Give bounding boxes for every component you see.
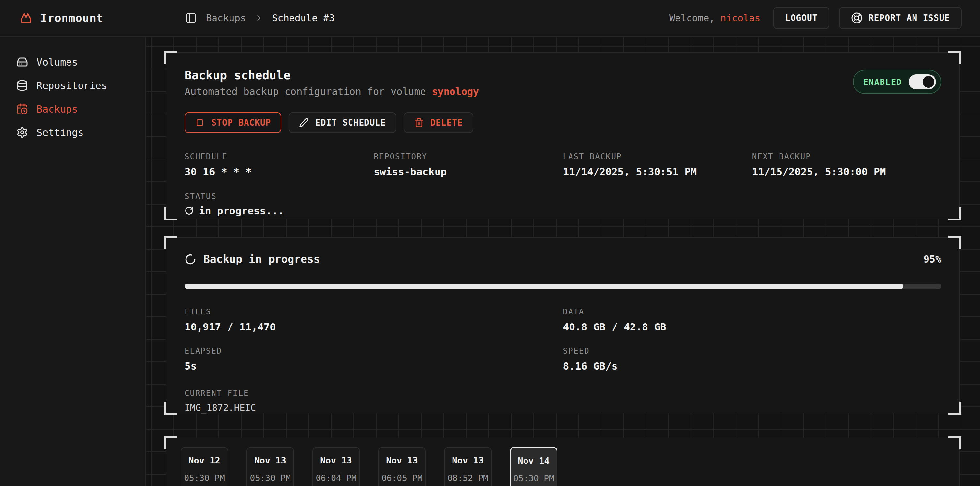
brand-name: Ironmount [40, 11, 103, 24]
loader-spinner-icon [185, 253, 196, 265]
sidebar-item-volumes[interactable]: Volumes [0, 50, 145, 74]
welcome-text: Welcome, nicolas [669, 13, 760, 24]
history-date: Nov 12 [181, 455, 228, 465]
report-issue-label: REPORT AN ISSUE [869, 13, 950, 23]
backup-schedule-card: Backup schedule Automated backup configu… [165, 52, 960, 219]
schedule-card-subtitle: Automated backup configuration for volum… [185, 86, 479, 97]
pencil-icon [299, 118, 309, 127]
schedule-fields: SCHEDULE 30 16 * * * REPOSITORY swiss-ba… [185, 152, 941, 177]
history-card[interactable]: Nov 13 08:52 PM 92.2 GB [444, 447, 492, 486]
toggle-switch[interactable] [908, 74, 936, 89]
stat-files: FILES 10,917 / 11,470 [185, 307, 563, 333]
schedule-card-title: Backup schedule [185, 69, 479, 82]
rotate-cw-icon [185, 206, 194, 215]
welcome-prefix: Welcome, [669, 13, 715, 24]
sidebar-item-backups[interactable]: Backups [0, 97, 145, 121]
corner-bracket [948, 207, 961, 220]
topbar: Ironmount Backups Schedule #3 Welcome, n… [0, 0, 980, 37]
stat-label: ELAPSED [185, 346, 563, 355]
backup-history-card: Nov 12 05:30 PM 92.2 GB Nov 13 05:30 PM … [165, 438, 960, 486]
history-card[interactable]: Nov 13 05:30 PM 92.2 GB [247, 447, 294, 486]
progress-fill [185, 284, 904, 289]
main-content: Backup schedule Automated backup configu… [146, 37, 980, 486]
sidebar-toggle-icon[interactable] [185, 11, 197, 24]
delete-button[interactable]: DELETE [404, 112, 473, 133]
trash-icon [414, 118, 424, 127]
field-label: SCHEDULE [185, 152, 374, 161]
status-block: STATUS in progress... [185, 192, 941, 217]
history-time: 06:04 PM [313, 473, 359, 483]
history-card[interactable]: Nov 13 06:04 PM 92.2 GB [312, 447, 360, 486]
history-date: Nov 13 [445, 455, 491, 465]
corner-bracket [164, 207, 177, 220]
edit-schedule-button[interactable]: EDIT SCHEDULE [288, 112, 396, 133]
corner-bracket [948, 236, 961, 249]
enabled-label: ENABLED [863, 77, 902, 87]
corner-bracket [948, 51, 961, 64]
history-time: 05:30 PM [181, 473, 228, 483]
field-last-backup: LAST BACKUP 11/14/2025, 5:30:51 PM [563, 152, 752, 177]
history-time: 06:05 PM [379, 473, 425, 483]
progress-stats: FILES 10,917 / 11,470 DATA 40.8 GB / 42.… [185, 307, 941, 372]
delete-label: DELETE [430, 118, 463, 127]
sidebar-item-label: Volumes [37, 56, 78, 68]
mountain-logo-icon [19, 11, 33, 25]
history-card[interactable]: Nov 14 05:30 PM 92.2 GB [510, 447, 557, 486]
progress-card-title: Backup in progress [204, 253, 320, 266]
username: nicolas [721, 13, 760, 24]
corner-bracket [164, 437, 177, 449]
current-file-value: IMG_1872.HEIC [185, 403, 941, 413]
topbar-right: Welcome, nicolas LOGOUT REPORT AN ISSUE [669, 7, 962, 29]
stat-label: FILES [185, 307, 563, 316]
gear-icon [16, 127, 28, 138]
schedule-actions: STOP BACKUP EDIT SCHEDULE DELETE [185, 112, 941, 133]
stat-data: DATA 40.8 GB / 42.8 GB [563, 307, 942, 333]
current-file-block: CURRENT FILE IMG_1872.HEIC [185, 389, 941, 413]
status-label: STATUS [185, 192, 941, 201]
corner-bracket [948, 402, 961, 414]
database-icon [16, 80, 28, 91]
corner-bracket [164, 51, 177, 64]
hard-drive-icon [16, 56, 28, 68]
field-next-backup: NEXT BACKUP 11/15/2025, 5:30:00 PM [752, 152, 941, 177]
stat-label: DATA [563, 307, 942, 316]
field-value: swiss-backup [374, 166, 563, 177]
corner-bracket [164, 402, 177, 414]
progress-bar [185, 284, 941, 289]
stop-backup-button[interactable]: STOP BACKUP [185, 112, 282, 133]
corner-bracket [164, 236, 177, 249]
field-schedule: SCHEDULE 30 16 * * * [185, 152, 374, 177]
history-row: Nov 12 05:30 PM 92.2 GB Nov 13 05:30 PM … [181, 447, 945, 486]
stat-value: 5s [185, 360, 563, 372]
history-date: Nov 13 [247, 455, 293, 465]
breadcrumb: Backups Schedule #3 [185, 11, 334, 24]
sidebar-item-label: Repositories [37, 80, 107, 91]
stat-speed: SPEED 8.16 GB/s [563, 346, 942, 372]
history-time: 05:30 PM [247, 473, 293, 483]
sidebar-item-repositories[interactable]: Repositories [0, 74, 145, 97]
life-buoy-icon [851, 12, 862, 24]
sidebar-item-label: Settings [37, 127, 84, 138]
calendar-clock-icon [16, 103, 28, 115]
logout-label: LOGOUT [785, 13, 818, 23]
stat-label: SPEED [563, 346, 942, 355]
history-date: Nov 14 [511, 456, 557, 466]
stat-value: 40.8 GB / 42.8 GB [563, 321, 942, 333]
stat-value: 8.16 GB/s [563, 360, 942, 372]
edit-schedule-label: EDIT SCHEDULE [315, 118, 386, 127]
enabled-toggle[interactable]: ENABLED [853, 70, 941, 94]
sidebar-item-settings[interactable]: Settings [0, 121, 145, 144]
field-repository: REPOSITORY swiss-backup [374, 152, 563, 177]
breadcrumb-section[interactable]: Backups [206, 13, 246, 24]
history-card[interactable]: Nov 12 05:30 PM 92.2 GB [181, 447, 228, 486]
history-date: Nov 13 [313, 455, 359, 465]
history-card[interactable]: Nov 13 06:05 PM 92.2 GB [378, 447, 426, 486]
breadcrumb-current: Schedule #3 [272, 13, 334, 24]
field-value: 11/14/2025, 5:30:51 PM [563, 166, 752, 177]
report-issue-button[interactable]: REPORT AN ISSUE [839, 7, 962, 29]
logout-button[interactable]: LOGOUT [773, 7, 829, 29]
volume-name: synology [432, 86, 479, 97]
current-file-label: CURRENT FILE [185, 389, 941, 398]
stop-backup-label: STOP BACKUP [211, 118, 271, 127]
field-label: LAST BACKUP [563, 152, 752, 161]
